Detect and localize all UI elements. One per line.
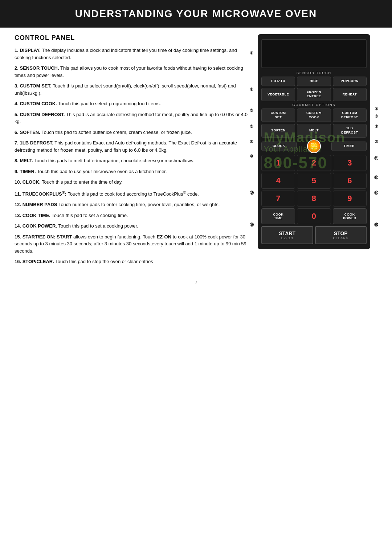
list-item: 16. STOP/CLEAR. Touch this pad to stop t… (15, 258, 250, 265)
num-3-button[interactable]: 3 (333, 155, 367, 171)
reheat-button[interactable]: REHEAT (333, 88, 367, 101)
num-8-button[interactable]: 8 (297, 191, 331, 207)
list-item: 4. CUSTOM COOK. Touch this pad to select… (15, 100, 250, 107)
list-item: 9. TIMER. Touch this pad to use your mic… (15, 168, 250, 175)
callout-6: ⑥ (250, 124, 253, 129)
action-row: START EZ-ON STOP CLEAR® (261, 226, 367, 244)
left-column: CONTROL PANEL 1. DISPLAY. The display in… (15, 34, 258, 269)
num-6-button[interactable]: 6 (333, 173, 367, 189)
page-number: 7 (0, 280, 392, 285)
stop-button[interactable]: STOP CLEAR® (315, 226, 367, 244)
page-header: UNDERSTANDING YOUR MICROWAVE OVEN (0, 0, 392, 28)
gourmet-options-label: GOURMET OPTIONS (261, 103, 367, 107)
gourmet-row-1: CUSTOMSET CUSTOMCOOK CUSTOMDEFROST (261, 109, 367, 122)
callout-10: ⑩ (250, 154, 253, 159)
list-item: 11. TrueCookPlus®: Touch this pad to coo… (15, 189, 250, 198)
callout-3: ③ (250, 108, 253, 113)
list-item: 1. DISPLAY. The display includes a clock… (15, 47, 250, 61)
callout-1: ① (250, 51, 253, 56)
microwave-outer: ① ② ③ ⑥ ⑧ ⑩ ⑮ ④ ⑤ ⑦ ⑨ ⑪ ⑭ ⑯ ⑫ ⑬ SENSOR T… (258, 34, 370, 249)
sensor-row-2: VEGETABLE FROZENENTREE REHEAT (261, 88, 367, 101)
start-sub-label: EZ-ON (264, 236, 311, 240)
sensor-row-1: POTATO RICE POPCORN (261, 77, 367, 86)
callout-2: ② (250, 87, 253, 92)
sensor-touch-label: SENSOR TOUCH (261, 71, 367, 75)
callout-14: ⑭ (374, 190, 378, 196)
list-item: 8. MELT. Touch this pads to melt butter/… (15, 157, 250, 164)
cook-power-button[interactable]: COOKPOWER (333, 208, 367, 224)
panel-display (261, 39, 367, 68)
list-item: 14. COOK POWER. Touch this pad to set a … (15, 222, 250, 230)
callout-16: ⑯ (374, 222, 378, 228)
soften-button[interactable]: SOFTEN (261, 124, 295, 137)
callout-7: ⑦ (375, 124, 378, 129)
clock-timer-row: CLOCK TRUECOOKPLUS TIMER (261, 139, 367, 153)
vegetable-button[interactable]: VEGETABLE (261, 88, 295, 101)
list-item: 2. SENSOR TOUCH. This pad allows you to … (15, 65, 250, 79)
melt-button[interactable]: MELT (297, 124, 331, 137)
section-title: CONTROL PANEL (15, 34, 250, 42)
num-4-button[interactable]: 4 (261, 173, 295, 189)
callout-9: ⑨ (375, 139, 378, 144)
cook-time-button[interactable]: COOKTIME (261, 208, 295, 224)
custom-cook-button[interactable]: CUSTOMCOOK (297, 109, 331, 122)
callout-4: ④ (375, 107, 378, 111)
1lb-defrost-button[interactable]: 1LBDEFROST (333, 124, 367, 137)
callout-13: ⑬ (250, 190, 254, 196)
num-5-button[interactable]: 5 (297, 173, 331, 189)
gourmet-row-2: SOFTEN MELT 1LBDEFROST (261, 124, 367, 137)
callout-5: ⑤ (375, 114, 378, 119)
callout-11: ⑪ (374, 156, 378, 161)
callout-12: ⑫ (374, 175, 378, 180)
custom-defrost-button[interactable]: CUSTOMDEFROST (333, 109, 367, 122)
microwave-panel: SENSOR TOUCH POTATO RICE POPCORN VEGETAB… (258, 34, 370, 249)
list-item: 12. NUMBER PADS Touch number pads to ent… (15, 201, 250, 208)
num-7-button[interactable]: 7 (261, 191, 295, 207)
right-column: MyMadison Your Appliance 800-570 ① ② ③ ⑥… (258, 34, 377, 269)
callout-15: ⑮ (250, 222, 254, 228)
clock-button[interactable]: CLOCK (261, 142, 297, 151)
stop-label: STOP (317, 230, 365, 236)
num-1-button[interactable]: 1 (261, 155, 295, 171)
list-item: 13. COOK TIME. Touch this pad to set a c… (15, 212, 250, 219)
custom-set-button[interactable]: CUSTOMSET (261, 109, 295, 122)
list-item: 10. CLOCK. Touch this pad to enter the t… (15, 179, 250, 186)
potato-button[interactable]: POTATO (261, 77, 295, 86)
list-item: 6. SOFTEN. Touch this pad to soften butt… (15, 129, 250, 136)
frozen-entree-button[interactable]: FROZENENTREE (297, 88, 331, 101)
num-0-button[interactable]: 0 (297, 208, 331, 224)
truecook-logo[interactable]: TRUECOOKPLUS (307, 139, 321, 153)
start-button[interactable]: START EZ-ON (261, 226, 313, 244)
page-title: UNDERSTANDING YOUR MICROWAVE OVEN (11, 8, 381, 20)
stop-sub-label: CLEAR® (317, 236, 365, 240)
num-2-button[interactable]: 2 (297, 155, 331, 171)
rice-button[interactable]: RICE (297, 77, 331, 86)
popcorn-button[interactable]: POPCORN (333, 77, 367, 86)
timer-button[interactable]: TIMER (331, 142, 367, 151)
callout-8: ⑧ (250, 139, 253, 144)
num-9-button[interactable]: 9 (333, 191, 367, 207)
cook-row: COOKTIME 0 COOKPOWER (261, 208, 367, 224)
list-item: 3. CUSTOM SET. Touch this pad to select … (15, 82, 250, 97)
list-item: 15. START/EZ-ON: START allows oven to be… (15, 233, 250, 255)
list-item: 7. 1LB DEFROST. This pad contains Exact … (15, 139, 250, 154)
control-list: 1. DISPLAY. The display includes a clock… (15, 47, 250, 265)
start-label: START (264, 230, 311, 236)
list-item: 5. CUSTOM DEFROST. This pad is an accura… (15, 111, 250, 125)
numpad: 1 2 3 4 5 6 7 8 9 (261, 155, 367, 207)
